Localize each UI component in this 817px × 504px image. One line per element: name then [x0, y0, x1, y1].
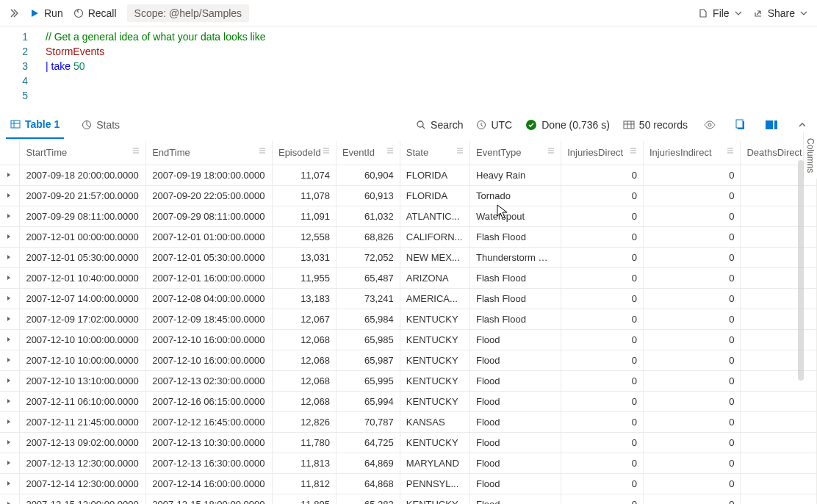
- table-header-row: StartTimeEndTimeEpisodeIdEventIdStateEve…: [0, 141, 817, 165]
- expand-row-button[interactable]: [0, 411, 20, 432]
- table-row[interactable]: 2007-12-11 06:10:00.00002007-12-16 06:15…: [0, 391, 817, 411]
- expand-row-button[interactable]: [0, 453, 20, 473]
- table-row[interactable]: 2007-09-29 08:11:00.00002007-09-29 08:11…: [0, 206, 817, 226]
- column-menu-icon[interactable]: [547, 147, 555, 154]
- expand-panel-button[interactable]: [9, 8, 19, 18]
- table-cell: 65,995: [336, 370, 400, 391]
- expand-row-button[interactable]: [0, 473, 20, 494]
- table-cell: KENTUCKY: [400, 370, 469, 391]
- expand-row-button[interactable]: [0, 247, 20, 267]
- share-menu[interactable]: Share: [753, 7, 808, 19]
- table-cell: 2007-12-16 06:15:00.0000: [146, 391, 273, 411]
- table-cell: 0: [643, 370, 740, 391]
- column-menu-icon[interactable]: [323, 147, 330, 154]
- table-cell: 2007-12-13 16:30:00.0000: [146, 453, 273, 473]
- table-cell: 2007-12-01 10:40:00.0000: [20, 267, 146, 288]
- table-row[interactable]: 2007-12-14 12:30:00.00002007-12-14 16:00…: [0, 473, 817, 494]
- table-row[interactable]: 2007-09-20 21:57:00.00002007-09-20 22:05…: [0, 185, 817, 206]
- column-header[interactable]: InjuriesIndirect: [643, 141, 740, 165]
- code-line[interactable]: StormEvents: [46, 44, 817, 59]
- table-cell: [741, 185, 817, 206]
- table-row[interactable]: 2007-12-01 05:30:00.00002007-12-01 05:30…: [0, 247, 817, 267]
- column-header-label: InjuriesIndirect: [649, 147, 712, 158]
- scope-selector[interactable]: Scope: @help/Samples: [127, 4, 250, 22]
- table-row[interactable]: 2007-12-13 09:02:00.00002007-12-13 10:30…: [0, 432, 817, 453]
- table-row[interactable]: 2007-12-11 21:45:00.00002007-12-12 16:45…: [0, 411, 817, 432]
- run-button[interactable]: Run: [29, 7, 63, 19]
- svg-rect-1: [11, 120, 20, 128]
- table-cell: 12,068: [272, 350, 336, 370]
- collapse-results-button[interactable]: [793, 120, 811, 129]
- table-cell: 73,241: [336, 288, 400, 309]
- expand-row-button[interactable]: [0, 309, 20, 329]
- record-count: 50 records: [623, 119, 688, 131]
- column-header[interactable]: State: [400, 141, 469, 165]
- vertical-scrollbar[interactable]: [798, 160, 804, 381]
- table-cell: [741, 288, 817, 309]
- table-cell: 0: [643, 453, 740, 473]
- hide-empty-button[interactable]: [701, 120, 719, 130]
- table-row[interactable]: 2007-12-10 10:00:00.00002007-12-10 16:00…: [0, 329, 817, 350]
- table-row[interactable]: 2007-12-01 00:00:00.00002007-12-01 01:00…: [0, 226, 817, 247]
- column-header-label: EventType: [476, 147, 521, 158]
- expand-row-button[interactable]: [0, 432, 20, 453]
- column-header[interactable]: EventId: [336, 141, 400, 165]
- table-cell: Flash Flood: [470, 288, 561, 309]
- search-button[interactable]: Search: [416, 119, 463, 131]
- column-menu-icon[interactable]: [132, 147, 140, 154]
- expand-row-button[interactable]: [0, 226, 20, 247]
- tab-table[interactable]: Table 1: [6, 111, 64, 139]
- code-line[interactable]: // Get a general idea of what your data …: [46, 29, 817, 44]
- expand-row-button[interactable]: [0, 165, 20, 185]
- expand-row-button[interactable]: [0, 391, 20, 411]
- column-header[interactable]: InjuriesDirect: [561, 141, 644, 165]
- table-cell: 65,985: [336, 329, 400, 350]
- table-row[interactable]: 2007-12-13 12:30:00.00002007-12-13 16:30…: [0, 453, 817, 473]
- expand-row-button[interactable]: [0, 329, 20, 350]
- table-row[interactable]: 2007-12-10 10:00:00.00002007-12-10 16:00…: [0, 350, 817, 370]
- expand-row-button[interactable]: [0, 206, 20, 226]
- column-menu-icon[interactable]: [456, 147, 464, 154]
- table-row[interactable]: 2007-12-10 13:10:00.00002007-12-13 02:30…: [0, 370, 817, 391]
- table-cell: 0: [643, 206, 740, 226]
- column-menu-icon[interactable]: [727, 147, 734, 154]
- code-line[interactable]: [46, 88, 817, 103]
- expand-row-button[interactable]: [0, 288, 20, 309]
- table-row[interactable]: 2007-12-07 14:00:00.00002007-12-08 04:00…: [0, 288, 817, 309]
- table-row[interactable]: 2007-09-18 20:00:00.00002007-09-19 18:00…: [0, 165, 817, 185]
- table-row[interactable]: 2007-12-01 10:40:00.00002007-12-01 16:00…: [0, 267, 817, 288]
- table-cell: [741, 432, 817, 453]
- table-row[interactable]: 2007-12-15 12:00:00.00002007-12-15 18:00…: [0, 494, 817, 504]
- column-header[interactable]: EventType: [470, 141, 561, 165]
- recall-button[interactable]: Recall: [73, 7, 117, 19]
- table-cell: 70,787: [336, 411, 400, 432]
- copy-button[interactable]: [732, 119, 749, 131]
- expand-row-button[interactable]: [0, 370, 20, 391]
- results-table[interactable]: StartTimeEndTimeEpisodeIdEventIdStateEve…: [0, 141, 817, 504]
- code-line[interactable]: | take 50: [46, 59, 817, 73]
- svg-point-7: [708, 123, 711, 126]
- timezone-button[interactable]: UTC: [476, 119, 512, 131]
- layout-button[interactable]: [763, 120, 780, 129]
- expand-row-button[interactable]: [0, 494, 20, 504]
- column-header[interactable]: EpisodeId: [272, 141, 336, 165]
- table-cell: 0: [561, 350, 644, 370]
- code-line[interactable]: [46, 73, 817, 88]
- column-menu-icon[interactable]: [630, 147, 637, 154]
- table-row[interactable]: 2007-12-09 17:02:00.00002007-12-09 18:45…: [0, 309, 817, 329]
- table-cell: 11,813: [272, 453, 336, 473]
- table-cell: [741, 329, 817, 350]
- file-menu[interactable]: File: [698, 7, 743, 19]
- tab-stats[interactable]: Stats: [77, 112, 124, 138]
- query-editor[interactable]: 12345 // Get a general idea of what your…: [0, 26, 817, 106]
- expand-row-button[interactable]: [0, 350, 20, 370]
- columns-panel-tab[interactable]: Columns: [803, 132, 817, 179]
- column-header[interactable]: EndTime: [146, 141, 273, 165]
- column-header[interactable]: StartTime: [20, 141, 146, 165]
- expand-row-button[interactable]: [0, 267, 20, 288]
- column-menu-icon[interactable]: [259, 147, 266, 154]
- table-cell: 2007-12-10 10:00:00.0000: [20, 350, 146, 370]
- expand-row-button[interactable]: [0, 185, 20, 206]
- share-label: Share: [768, 7, 795, 19]
- column-menu-icon[interactable]: [386, 147, 394, 154]
